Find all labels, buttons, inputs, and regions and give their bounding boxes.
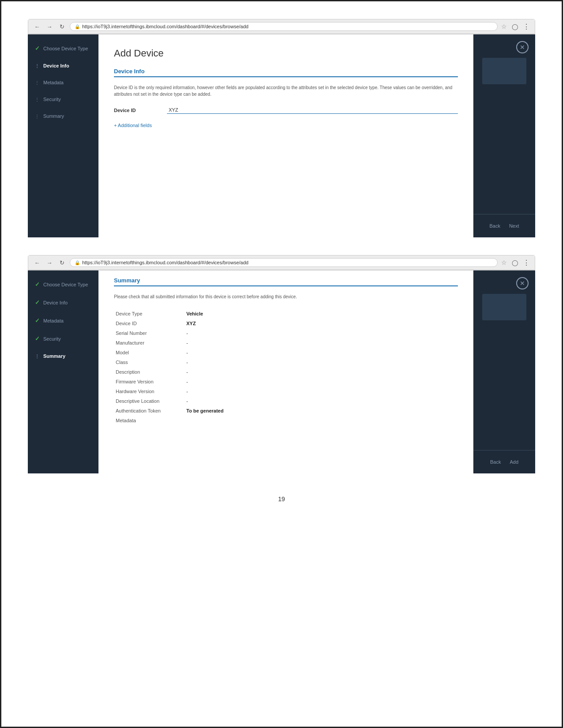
right-panel-2: ✕ Back Add [473,270,535,473]
back-nav-btn-2[interactable]: ← [33,258,42,267]
url-text-1: https://ioT9j3.internetofthings.ibmcloud… [82,24,249,29]
back-button-2[interactable]: Back [490,459,501,465]
browser-chrome-2: ← → ↻ 🔒 https://ioT9j3.internetofthings.… [28,255,535,270]
url-bar-1[interactable]: 🔒 https://ioT9j3.internetofthings.ibmclo… [70,22,498,31]
summary-field-value: Vehicle [185,309,458,319]
summary-field-label: Serial Number [114,328,185,338]
summary-row: Firmware Version- [114,377,458,387]
right-panel-image-2 [482,294,526,320]
description-text-1: Device ID is the only required informati… [114,84,458,98]
device-id-input[interactable] [167,106,458,114]
summary-field-value [185,416,458,425]
section-title-1: Device Info [114,68,458,75]
summary-row: Device IDXYZ [114,319,458,328]
sidebar2-label-security: Security [43,336,61,341]
reload-btn-2[interactable]: ↻ [57,258,66,267]
sidebar2-label-device-info: Device Info [43,300,68,305]
account-icon-2[interactable]: ◯ [510,258,519,267]
url-bar-2[interactable]: 🔒 https://ioT9j3.internetofthings.ibmclo… [70,258,498,267]
sidebar-label-choose-device-type: Choose Device Type [43,46,88,51]
close-button-1[interactable]: ✕ [516,41,529,53]
url-text-2: https://ioT9j3.internetofthings.ibmcloud… [82,260,249,265]
sidebar2-item-summary[interactable]: ⋮ Summary [32,352,94,360]
sidebar-label-metadata: Metadata [43,80,64,85]
right-panel-1: ✕ Back Next [473,34,535,237]
sidebar-label-security: Security [43,97,61,102]
summary-field-value: XYZ [185,319,458,328]
summary-field-value: - [185,357,458,367]
main-content-1: Add Device Device Info Device ID is the … [98,34,473,237]
sidebar2-label-metadata: Metadata [43,318,64,323]
section-divider-2 [114,285,458,286]
sidebar2-item-security[interactable]: ✓ Security [32,334,94,344]
summary-field-label: Class [114,357,185,367]
summary-row: Manufacturer- [114,338,458,348]
menu-icon-2[interactable]: ⋮ [523,259,530,267]
reload-btn[interactable]: ↻ [57,22,66,31]
sidebar-label-device-info: Device Info [43,63,69,68]
sidebar-item-metadata[interactable]: ⋮ Metadata [32,78,94,87]
summary-row: Device TypeVehicle [114,309,458,319]
summary-field-label: Descriptive Location [114,396,185,406]
summary-field-label: Authentication Token [114,406,185,416]
summary-field-label: Firmware Version [114,377,185,387]
page-title-1: Add Device [114,48,458,59]
device-id-row: Device ID [114,106,458,114]
sidebar2-item-metadata[interactable]: ✓ Metadata [32,315,94,326]
bookmark-icon[interactable]: ☆ [501,23,507,30]
summary-field-value: - [185,377,458,387]
sidebar2-item-device-info[interactable]: ✓ Device Info [32,297,94,308]
sidebar-item-device-info[interactable]: ⋮ Device Info [32,61,94,70]
dots-icon-1: ⋮ [35,64,40,68]
next-button-1[interactable]: Next [509,223,519,229]
summary-row: Class- [114,357,458,367]
summary-field-label: Metadata [114,416,185,425]
description-text-2: Please check that all submitted informat… [114,293,458,300]
summary-field-value: - [185,338,458,348]
sidebar2-label-choose-device-type: Choose Device Type [43,282,88,287]
sidebar2-item-choose-device-type[interactable]: ✓ Choose Device Type [32,279,94,289]
sidebar-1: ✓ Choose Device Type ⋮ Device Info ⋮ Met… [28,34,98,237]
summary-field-value: - [185,387,458,396]
check-icon-s2-4: ✓ [35,335,40,342]
bookmark-icon-2[interactable]: ☆ [501,259,507,266]
additional-fields-btn[interactable]: + Additional fields [114,123,458,128]
dots-icon-3: ⋮ [35,97,40,102]
summary-row: Metadata [114,416,458,425]
sidebar-item-choose-device-type[interactable]: ✓ Choose Device Type [32,43,94,53]
back-button-1[interactable]: Back [489,223,500,229]
back-nav-btn[interactable]: ← [33,22,42,31]
menu-icon[interactable]: ⋮ [523,23,530,31]
sidebar-item-security[interactable]: ⋮ Security [32,95,94,104]
forward-nav-btn-2[interactable]: → [45,258,54,267]
summary-row: Authentication TokenTo be generated [114,406,458,416]
close-button-2[interactable]: ✕ [516,277,529,289]
summary-table: Device TypeVehicleDevice IDXYZSerial Num… [114,309,458,425]
summary-row: Descriptive Location- [114,396,458,406]
check-icon-s2-1: ✓ [35,281,40,288]
dots-icon-s2-5: ⋮ [35,354,40,359]
nav-buttons-2: Back Add [473,450,535,465]
summary-field-label: Description [114,367,185,377]
sidebar-label-summary: Summary [43,113,64,119]
page-number: 19 [278,495,285,503]
summary-row: Model- [114,348,458,357]
sidebar-item-summary[interactable]: ⋮ Summary [32,112,94,120]
dots-icon-2: ⋮ [35,80,40,85]
app-container-1: ✓ Choose Device Type ⋮ Device Info ⋮ Met… [28,34,535,237]
summary-field-value: - [185,328,458,338]
main-content-2: Summary Please check that all submitted … [98,270,473,473]
summary-field-label: Manufacturer [114,338,185,348]
browser-chrome-1: ← → ↻ 🔒 https://ioT9j3.internetofthings.… [28,19,535,34]
browser-toolbar-2: ← → ↻ 🔒 https://ioT9j3.internetofthings.… [28,255,535,270]
forward-nav-btn[interactable]: → [45,22,54,31]
summary-field-value: - [185,348,458,357]
summary-field-label: Model [114,348,185,357]
sidebar-2: ✓ Choose Device Type ✓ Device Info ✓ Met… [28,270,98,473]
add-button[interactable]: Add [510,459,518,465]
lock-icon: 🔒 [75,24,80,29]
account-icon[interactable]: ◯ [510,22,519,31]
device-id-label: Device ID [114,108,167,113]
check-icon-s2-3: ✓ [35,317,40,324]
dots-icon-4: ⋮ [35,114,40,119]
